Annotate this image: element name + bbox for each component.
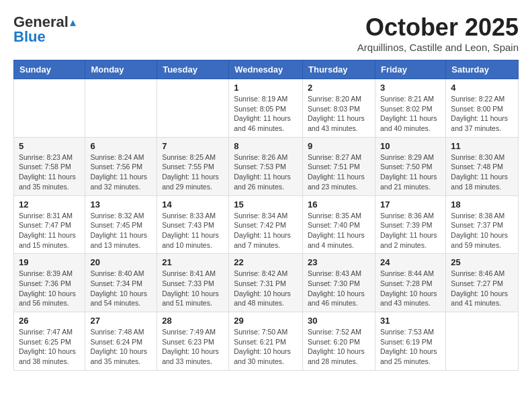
day-info: Sunrise: 7:47 AM Sunset: 6:25 PM Dayligh… <box>19 327 80 367</box>
calendar-cell: 21Sunrise: 8:41 AM Sunset: 7:33 PM Dayli… <box>157 254 229 312</box>
calendar-cell: 30Sunrise: 7:52 AM Sunset: 6:20 PM Dayli… <box>303 312 375 371</box>
day-number: 21 <box>162 257 224 267</box>
day-info: Sunrise: 8:46 AM Sunset: 7:27 PM Dayligh… <box>451 269 513 308</box>
weekday-header-friday: Friday <box>375 60 445 79</box>
calendar-cell: 3Sunrise: 8:21 AM Sunset: 8:02 PM Daylig… <box>375 79 445 138</box>
calendar-cell: 11Sunrise: 8:30 AM Sunset: 7:48 PM Dayli… <box>446 137 519 195</box>
day-number: 13 <box>90 199 152 210</box>
day-number: 12 <box>19 199 80 210</box>
day-info: Sunrise: 8:35 AM Sunset: 7:40 PM Dayligh… <box>308 211 370 250</box>
day-number: 4 <box>451 83 513 93</box>
week-row-4: 19Sunrise: 8:39 AM Sunset: 7:36 PM Dayli… <box>14 254 519 312</box>
location-title: Arquillinos, Castille and Leon, Spain <box>357 42 519 53</box>
month-title: October 2025 <box>357 13 519 42</box>
week-row-3: 12Sunrise: 8:31 AM Sunset: 7:47 PM Dayli… <box>14 195 519 254</box>
day-number: 23 <box>308 257 370 267</box>
day-number: 26 <box>19 316 80 326</box>
weekday-header-thursday: Thursday <box>303 60 375 79</box>
day-info: Sunrise: 8:32 AM Sunset: 7:45 PM Dayligh… <box>90 211 152 250</box>
calendar-cell: 12Sunrise: 8:31 AM Sunset: 7:47 PM Dayli… <box>14 195 85 254</box>
day-info: Sunrise: 8:42 AM Sunset: 7:31 PM Dayligh… <box>234 269 298 308</box>
calendar-cell: 25Sunrise: 8:46 AM Sunset: 7:27 PM Dayli… <box>446 254 519 312</box>
calendar-cell: 18Sunrise: 8:38 AM Sunset: 7:37 PM Dayli… <box>446 195 519 254</box>
day-info: Sunrise: 8:43 AM Sunset: 7:30 PM Dayligh… <box>308 269 370 308</box>
calendar-cell: 31Sunrise: 7:53 AM Sunset: 6:19 PM Dayli… <box>375 312 445 371</box>
day-info: Sunrise: 8:23 AM Sunset: 7:58 PM Dayligh… <box>19 152 80 192</box>
day-number: 22 <box>234 257 298 267</box>
day-number: 16 <box>308 199 370 210</box>
day-info: Sunrise: 7:50 AM Sunset: 6:21 PM Dayligh… <box>234 327 298 367</box>
calendar-cell: 2Sunrise: 8:20 AM Sunset: 8:03 PM Daylig… <box>303 79 375 138</box>
day-info: Sunrise: 8:36 AM Sunset: 7:39 PM Dayligh… <box>380 211 441 250</box>
weekday-header-tuesday: Tuesday <box>157 60 229 79</box>
day-info: Sunrise: 8:39 AM Sunset: 7:36 PM Dayligh… <box>19 269 80 308</box>
calendar-cell: 28Sunrise: 7:49 AM Sunset: 6:23 PM Dayli… <box>157 312 229 371</box>
weekday-header-row: SundayMondayTuesdayWednesdayThursdayFrid… <box>14 60 519 79</box>
day-info: Sunrise: 8:19 AM Sunset: 8:05 PM Dayligh… <box>234 94 298 134</box>
day-number: 30 <box>308 316 370 326</box>
day-number: 28 <box>162 316 224 326</box>
day-number: 2 <box>308 83 370 93</box>
day-info: Sunrise: 8:20 AM Sunset: 8:03 PM Dayligh… <box>308 94 370 134</box>
calendar-table: SundayMondayTuesdayWednesdayThursdayFrid… <box>13 60 519 371</box>
day-info: Sunrise: 8:40 AM Sunset: 7:34 PM Dayligh… <box>90 269 152 308</box>
calendar-cell: 27Sunrise: 7:48 AM Sunset: 6:24 PM Dayli… <box>85 312 157 371</box>
day-number: 6 <box>90 141 152 151</box>
calendar-cell: 9Sunrise: 8:27 AM Sunset: 7:51 PM Daylig… <box>303 137 375 195</box>
calendar-cell: 20Sunrise: 8:40 AM Sunset: 7:34 PM Dayli… <box>85 254 157 312</box>
day-number: 14 <box>162 199 224 210</box>
day-info: Sunrise: 8:29 AM Sunset: 7:50 PM Dayligh… <box>380 152 441 192</box>
day-number: 1 <box>234 83 298 93</box>
day-info: Sunrise: 8:25 AM Sunset: 7:55 PM Dayligh… <box>162 152 224 192</box>
day-number: 24 <box>380 257 441 267</box>
week-row-2: 5Sunrise: 8:23 AM Sunset: 7:58 PM Daylig… <box>14 137 519 195</box>
day-info: Sunrise: 8:27 AM Sunset: 7:51 PM Dayligh… <box>308 152 370 192</box>
day-number: 7 <box>162 141 224 151</box>
calendar-cell: 29Sunrise: 7:50 AM Sunset: 6:21 PM Dayli… <box>229 312 303 371</box>
day-number: 27 <box>90 316 152 326</box>
calendar-cell: 4Sunrise: 8:22 AM Sunset: 8:00 PM Daylig… <box>446 79 519 138</box>
day-number: 3 <box>380 83 441 93</box>
calendar-cell: 17Sunrise: 8:36 AM Sunset: 7:39 PM Dayli… <box>375 195 445 254</box>
day-number: 31 <box>380 316 441 326</box>
calendar-cell: 8Sunrise: 8:26 AM Sunset: 7:53 PM Daylig… <box>229 137 303 195</box>
day-info: Sunrise: 8:31 AM Sunset: 7:47 PM Dayligh… <box>19 211 80 250</box>
day-info: Sunrise: 8:24 AM Sunset: 7:56 PM Dayligh… <box>90 152 152 192</box>
calendar-cell: 5Sunrise: 8:23 AM Sunset: 7:58 PM Daylig… <box>14 137 85 195</box>
calendar-cell: 24Sunrise: 8:44 AM Sunset: 7:28 PM Dayli… <box>375 254 445 312</box>
weekday-header-saturday: Saturday <box>446 60 519 79</box>
day-number: 10 <box>380 141 441 151</box>
day-info: Sunrise: 8:34 AM Sunset: 7:42 PM Dayligh… <box>234 211 298 250</box>
calendar-cell <box>157 79 229 138</box>
weekday-header-monday: Monday <box>85 60 157 79</box>
day-number: 17 <box>380 199 441 210</box>
calendar-cell: 6Sunrise: 8:24 AM Sunset: 7:56 PM Daylig… <box>85 137 157 195</box>
day-info: Sunrise: 7:53 AM Sunset: 6:19 PM Dayligh… <box>380 327 441 367</box>
calendar-cell: 26Sunrise: 7:47 AM Sunset: 6:25 PM Dayli… <box>14 312 85 371</box>
calendar-cell: 1Sunrise: 8:19 AM Sunset: 8:05 PM Daylig… <box>229 79 303 138</box>
logo-bird-icon: ▴ <box>70 15 76 30</box>
calendar-cell <box>14 79 85 138</box>
calendar-cell <box>446 312 519 371</box>
day-info: Sunrise: 8:38 AM Sunset: 7:37 PM Dayligh… <box>451 211 513 250</box>
day-info: Sunrise: 8:41 AM Sunset: 7:33 PM Dayligh… <box>162 269 224 308</box>
title-area: October 2025 Arquillinos, Castille and L… <box>357 13 519 53</box>
calendar-cell: 14Sunrise: 8:33 AM Sunset: 7:43 PM Dayli… <box>157 195 229 254</box>
calendar-cell: 15Sunrise: 8:34 AM Sunset: 7:42 PM Dayli… <box>229 195 303 254</box>
week-row-1: 1Sunrise: 8:19 AM Sunset: 8:05 PM Daylig… <box>14 79 519 138</box>
day-info: Sunrise: 8:22 AM Sunset: 8:00 PM Dayligh… <box>451 94 513 134</box>
logo: General ▴ Blue <box>13 13 76 46</box>
day-number: 20 <box>90 257 152 267</box>
day-info: Sunrise: 8:33 AM Sunset: 7:43 PM Dayligh… <box>162 211 224 250</box>
day-number: 19 <box>19 257 80 267</box>
day-number: 9 <box>308 141 370 151</box>
day-number: 5 <box>19 141 80 151</box>
day-info: Sunrise: 8:44 AM Sunset: 7:28 PM Dayligh… <box>380 269 441 308</box>
week-row-5: 26Sunrise: 7:47 AM Sunset: 6:25 PM Dayli… <box>14 312 519 371</box>
weekday-header-wednesday: Wednesday <box>229 60 303 79</box>
day-info: Sunrise: 8:30 AM Sunset: 7:48 PM Dayligh… <box>451 152 513 192</box>
day-number: 29 <box>234 316 298 326</box>
day-number: 11 <box>451 141 513 151</box>
calendar-cell: 19Sunrise: 8:39 AM Sunset: 7:36 PM Dayli… <box>14 254 85 312</box>
weekday-header-sunday: Sunday <box>14 60 85 79</box>
